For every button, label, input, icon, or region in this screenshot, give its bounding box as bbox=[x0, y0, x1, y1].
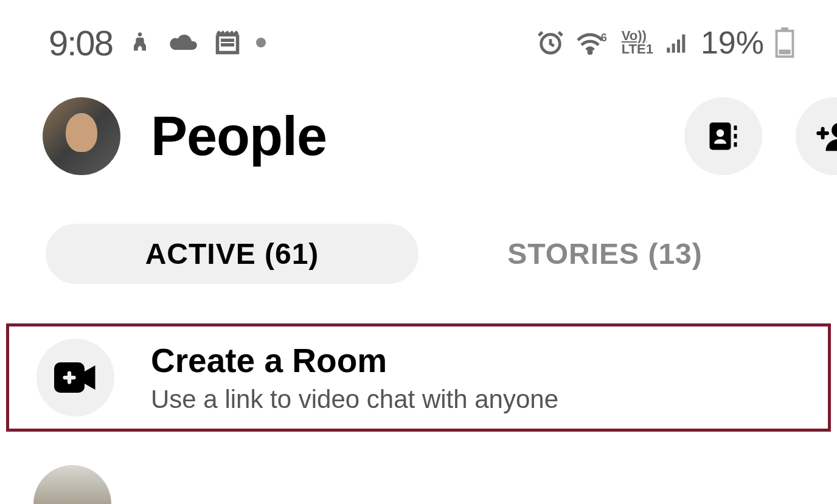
create-room-icon-wrap bbox=[36, 339, 114, 416]
create-room-card[interactable]: Create a Room Use a link to video chat w… bbox=[6, 323, 831, 432]
contacts-icon bbox=[705, 118, 741, 154]
tab-active[interactable]: ACTIVE (61) bbox=[46, 224, 418, 284]
battery-percent: 19% bbox=[701, 24, 764, 61]
header: People 1 bbox=[0, 79, 837, 193]
svg-rect-12 bbox=[734, 134, 737, 139]
tab-stories[interactable]: STORIES (13) bbox=[418, 224, 791, 284]
create-room-text: Create a Room Use a link to video chat w… bbox=[151, 341, 558, 414]
tabs: ACTIVE (61) STORIES (13) bbox=[0, 193, 837, 302]
header-actions: 1 bbox=[684, 97, 837, 175]
alarm-icon bbox=[537, 29, 564, 57]
svg-rect-13 bbox=[734, 142, 737, 147]
create-room-subtitle: Use a link to video chat with anyone bbox=[151, 385, 558, 414]
status-right: 6 Vo)) LTE1 19% bbox=[537, 24, 794, 61]
prayer-icon bbox=[128, 29, 152, 56]
svg-rect-11 bbox=[734, 126, 737, 131]
page-title: People bbox=[151, 105, 654, 168]
svg-rect-3 bbox=[672, 44, 675, 53]
svg-rect-5 bbox=[682, 35, 685, 53]
volte-icon: Vo)) LTE1 bbox=[622, 29, 653, 56]
status-left: 9:08 bbox=[49, 22, 266, 63]
news-icon bbox=[214, 29, 241, 56]
volte-line1: Vo)) bbox=[622, 29, 653, 43]
add-friend-button[interactable]: 1 bbox=[796, 97, 837, 175]
svg-point-10 bbox=[717, 129, 724, 137]
svg-rect-4 bbox=[677, 40, 680, 53]
profile-avatar[interactable] bbox=[43, 97, 120, 175]
contact-avatar[interactable] bbox=[33, 465, 111, 504]
svg-rect-8 bbox=[779, 50, 790, 55]
svg-point-14 bbox=[832, 123, 837, 137]
add-person-icon bbox=[814, 118, 837, 154]
svg-rect-2 bbox=[667, 47, 670, 52]
contacts-button[interactable] bbox=[684, 97, 762, 175]
dot-icon bbox=[256, 38, 266, 47]
signal-icon bbox=[664, 30, 690, 55]
create-room-title: Create a Room bbox=[151, 341, 558, 380]
status-bar: 9:08 6 Vo)) LTE1 19% bbox=[0, 0, 837, 79]
status-time: 9:08 bbox=[49, 22, 113, 63]
wifi-icon: 6 bbox=[575, 30, 611, 55]
volte-line2: LTE1 bbox=[622, 43, 653, 56]
battery-icon bbox=[775, 27, 794, 58]
video-plus-icon bbox=[54, 362, 97, 393]
cloud-icon bbox=[167, 32, 199, 54]
wifi-band: 6 bbox=[601, 32, 607, 44]
svg-point-1 bbox=[589, 51, 591, 54]
